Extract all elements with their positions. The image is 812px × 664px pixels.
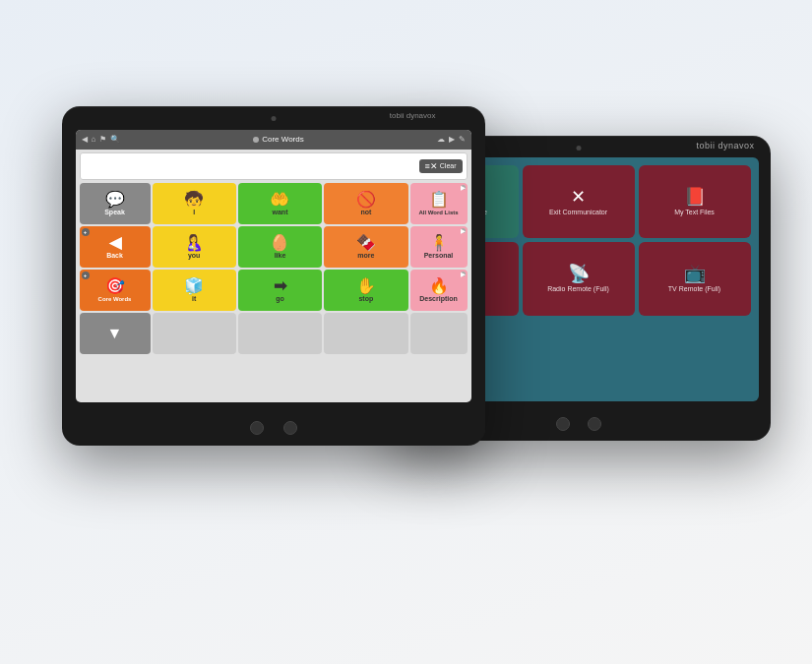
dot-1 — [556, 417, 570, 431]
grid-cell-allwordlists[interactable]: ▶ 📋 All Word Lists — [410, 183, 468, 224]
grid-cell-personal[interactable]: ▶ 🧍 Personal — [410, 226, 468, 268]
files-icon: 📕 — [684, 188, 706, 206]
want-icon: 🤲 — [270, 191, 289, 209]
empty-cell-2 — [238, 313, 322, 354]
grid-cell-description[interactable]: ▶ 🔥 Description — [410, 270, 468, 311]
list-item[interactable]: ✕ Exit Communicator — [523, 165, 635, 239]
front-camera — [271, 116, 276, 121]
grid-cell-it[interactable]: 🧊 it — [153, 270, 236, 311]
title-dot — [253, 137, 259, 143]
grid-cell-stop[interactable]: ✋ stop — [324, 270, 407, 311]
scene: tobii dynavox 🏠 Edit Home Page ✕ Exit Co… — [23, 57, 790, 608]
core-words-button[interactable]: + 🎯 Core Words — [80, 270, 151, 311]
back-camera — [576, 146, 581, 151]
expand-indicator: ▶ — [461, 185, 466, 190]
grid-cell-i[interactable]: 🧒 I — [153, 183, 236, 224]
allwords-icon: 📋 — [429, 191, 449, 209]
empty-cell-1 — [153, 313, 236, 354]
front-dot-2 — [283, 421, 297, 435]
list-item[interactable]: 📕 My Text Files — [639, 165, 751, 239]
play-icon[interactable]: ▶ — [449, 135, 455, 144]
search-nav-icon[interactable]: 🔍 — [110, 135, 120, 144]
go-icon: ➡ — [274, 277, 286, 295]
front-dots — [250, 421, 297, 435]
i-icon: 🧒 — [184, 191, 204, 209]
plus-indicator: + — [82, 228, 90, 236]
screen-title: Core Words — [253, 135, 304, 144]
list-item[interactable]: 📺 TV Remote (Full) — [639, 242, 751, 316]
grid-cell-not[interactable]: 🚫 not — [324, 183, 407, 224]
back-brand: tobii dynavox — [696, 141, 754, 151]
flag-nav-icon[interactable]: ⚑ — [99, 135, 106, 144]
edit-icon[interactable]: ✎ — [459, 135, 466, 144]
down-arrow-icon: ▼ — [107, 325, 123, 342]
expand-indicator-3: ▶ — [461, 272, 466, 276]
exit-icon: ✕ — [571, 188, 586, 206]
back-nav-icon[interactable]: ◀ — [82, 135, 88, 144]
back-dots — [556, 417, 601, 431]
personal-icon: 🧍 — [429, 234, 449, 252]
clear-icon: ≡✕ — [425, 161, 438, 171]
core-words-icon: 🎯 — [105, 277, 125, 295]
main-grid: 💬 Speak 🧒 I 🤲 want 🚫 not ▶ 📋 — [80, 183, 468, 354]
home-nav-icon[interactable]: ⌂ — [92, 135, 96, 144]
nav-icons: ◀ ⌂ ⚑ 🔍 — [82, 135, 121, 144]
clear-button[interactable]: ≡✕ Clear — [419, 159, 463, 173]
grid-cell-you[interactable]: 🤱 you — [153, 226, 236, 268]
right-icons: ☁ ▶ ✎ — [437, 135, 466, 144]
grid-cell-more[interactable]: 🍫 more — [324, 226, 407, 268]
radio-icon: 📡 — [568, 265, 590, 282]
speech-bar[interactable]: ≡✕ Clear — [80, 152, 468, 180]
stop-icon: ✋ — [356, 277, 376, 295]
more-icon: 🍫 — [356, 234, 376, 252]
empty-cell-3 — [324, 313, 407, 354]
scroll-down-button[interactable]: ▼ — [80, 313, 151, 354]
tv-icon: 📺 — [684, 265, 706, 282]
like-icon: 🥚 — [270, 234, 289, 252]
grid-cell-like[interactable]: 🥚 like — [238, 226, 322, 268]
not-icon: 🚫 — [356, 191, 376, 209]
plus-indicator-2: + — [82, 272, 90, 279]
speak-icon: 💬 — [105, 191, 125, 209]
you-icon: 🤱 — [184, 234, 204, 252]
description-icon: 🔥 — [429, 277, 449, 295]
grid-cell-go[interactable]: ➡ go — [238, 270, 322, 311]
back-arrow-icon: ◀ — [109, 234, 121, 252]
front-screen: ◀ ⌂ ⚑ 🔍 Core Words ☁ ▶ ✎ — [76, 130, 471, 402]
grid-cell-want[interactable]: 🤲 want — [238, 183, 322, 224]
empty-cell-4 — [410, 313, 468, 354]
top-toolbar: ◀ ⌂ ⚑ 🔍 Core Words ☁ ▶ ✎ — [76, 130, 471, 150]
front-dot-1 — [250, 421, 264, 435]
dot-2 — [588, 417, 601, 431]
back-button[interactable]: + ◀ Back — [80, 226, 151, 268]
speak-button[interactable]: 💬 Speak — [80, 183, 151, 224]
front-device: tobii dynavox ◀ ⌂ ⚑ 🔍 Core Words ☁ ▶ ✎ — [62, 106, 485, 446]
expand-indicator-2: ▶ — [461, 228, 466, 233]
list-item[interactable]: 📡 Radio Remote (Full) — [523, 242, 635, 316]
cloud-icon[interactable]: ☁ — [437, 135, 445, 144]
front-brand: tobii dynavox — [390, 111, 436, 120]
it-icon: 🧊 — [184, 277, 204, 295]
